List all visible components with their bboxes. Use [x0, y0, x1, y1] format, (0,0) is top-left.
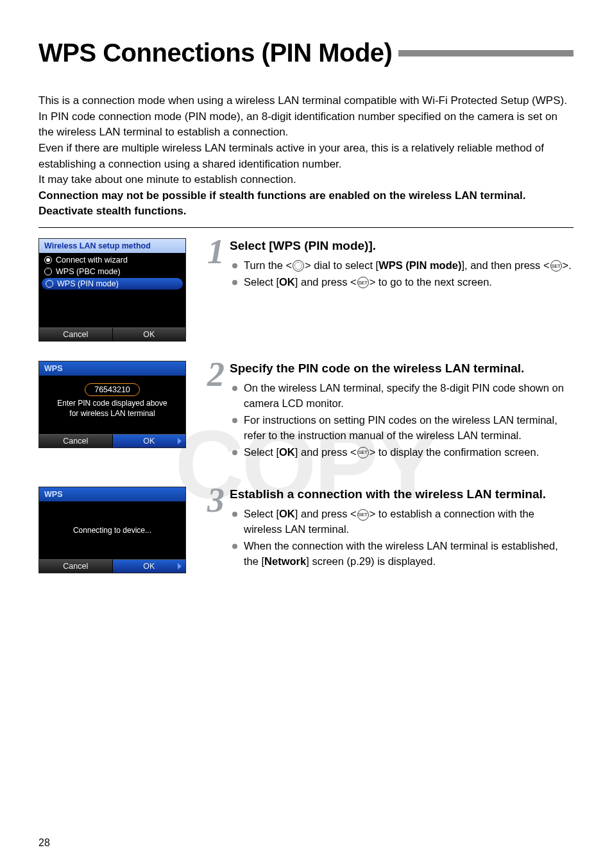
lcd3-message: Connecting to device... — [73, 526, 151, 536]
step3-bullet2: When the connection with the wireless LA… — [230, 539, 574, 569]
lcd1-option-1: Connect with wizard — [43, 254, 182, 266]
arrow-right-icon — [178, 438, 182, 444]
lcd3-cancel-button: Cancel — [39, 559, 113, 573]
step-1-row: Wireless LAN setup method Connect with w… — [38, 238, 574, 342]
step-number-3: 3 — [207, 480, 225, 520]
lcd2-line1: Enter PIN code displayed above — [43, 399, 182, 409]
page-title: WPS Connections (PIN Mode) — [38, 39, 392, 67]
intro-warning: Connection may not be possible if stealt… — [38, 188, 574, 220]
intro-p3: It may take about one minute to establis… — [38, 172, 574, 188]
lcd1-option-3-selected: WPS (PIN mode) — [42, 278, 183, 290]
step-number-2: 2 — [207, 354, 225, 394]
lcd-screenshot-2: WPS 76543210 Enter PIN code displayed ab… — [38, 361, 186, 448]
lcd3-ok-button: OK — [113, 559, 186, 573]
step1-bullet1: Turn the <> dial to select [WPS (PIN mod… — [230, 258, 574, 273]
set-icon: SET — [550, 260, 562, 272]
step2-bullet3: Select [OK] and press <SET> to display t… — [230, 445, 574, 460]
header-rule — [398, 50, 574, 56]
set-icon: SET — [357, 509, 369, 521]
lcd1-cancel-button: Cancel — [39, 327, 113, 341]
section-divider — [38, 227, 574, 228]
step2-bullet1: On the wireless LAN terminal, specify th… — [230, 381, 574, 412]
step1-bullet2: Select [OK] and press <SET> to go to the… — [230, 275, 574, 290]
intro-p2: Even if there are multiple wireless LAN … — [38, 141, 574, 172]
page-header: WPS Connections (PIN Mode) — [38, 39, 574, 67]
lcd2-title: WPS — [39, 361, 185, 376]
step3-title: Establish a connection with the wireless… — [230, 487, 574, 503]
set-icon: SET — [357, 447, 369, 458]
lcd3-title: WPS — [39, 487, 185, 501]
radio-icon — [44, 268, 52, 275]
intro-p1: This is a connection mode when using a w… — [38, 93, 574, 141]
lcd2-pin-code: 76543210 — [85, 383, 140, 396]
radio-icon — [44, 256, 52, 264]
intro-block: This is a connection mode when using a w… — [38, 93, 574, 220]
page-number: 28 — [38, 837, 50, 849]
lcd2-line2: for wireless LAN terminal — [43, 409, 182, 419]
dial-icon — [293, 260, 304, 272]
step2-title: Specify the PIN code on the wireless LAN… — [230, 361, 574, 377]
step-number-1: 1 — [207, 232, 225, 272]
lcd1-title: Wireless LAN setup method — [39, 239, 185, 253]
step3-bullet1: Select [OK] and press <SET> to establish… — [230, 507, 574, 537]
set-icon: SET — [357, 277, 369, 288]
steps-container: Wireless LAN setup method Connect with w… — [38, 238, 574, 573]
step-2-row: WPS 76543210 Enter PIN code displayed ab… — [38, 361, 574, 461]
radio-icon — [46, 280, 53, 288]
lcd-screenshot-3: WPS Connecting to device... Cancel OK — [38, 487, 186, 573]
lcd2-cancel-button: Cancel — [39, 434, 113, 447]
step-3-row: WPS Connecting to device... Cancel OK 3 … — [38, 487, 574, 573]
step2-bullet2: For instructions on setting PIN codes on… — [230, 413, 574, 444]
lcd1-ok-button: OK — [113, 327, 186, 341]
step1-title: Select [WPS (PIN mode)]. — [230, 238, 574, 254]
arrow-right-icon — [178, 563, 182, 569]
lcd1-option-2: WPS (PBC mode) — [43, 266, 182, 277]
lcd2-ok-button: OK — [113, 434, 186, 447]
lcd-screenshot-1: Wireless LAN setup method Connect with w… — [38, 238, 186, 342]
